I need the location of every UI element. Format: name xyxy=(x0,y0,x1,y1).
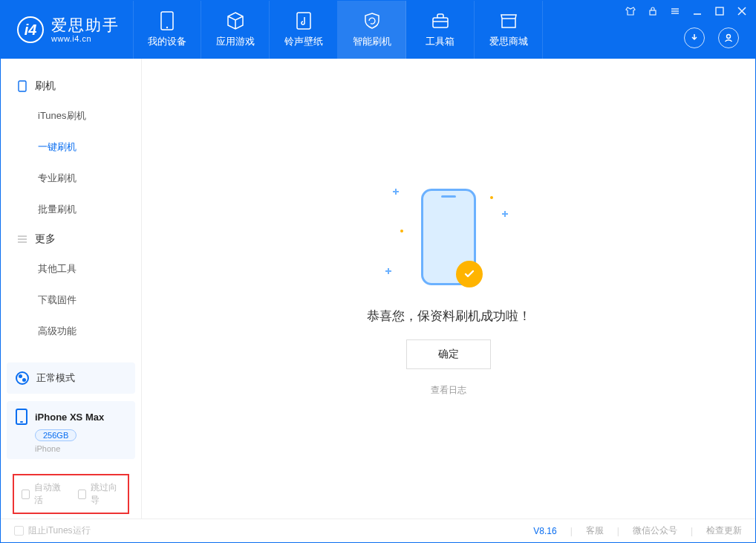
separator: | xyxy=(570,526,573,536)
nav-tab-flash[interactable]: 智能刷机 xyxy=(338,1,406,59)
content-area: 恭喜您，保资料刷机成功啦！ 确定 查看日志 xyxy=(142,59,755,518)
checkmark-badge-icon xyxy=(456,261,483,287)
sidebar-group-title: 刷机 xyxy=(35,79,56,93)
sidebar: 刷机 iTunes刷机 一键刷机 专业刷机 批量刷机 更多 其他工具 下载固件 … xyxy=(1,59,142,518)
sidebar-group-title: 更多 xyxy=(35,233,56,246)
checkbox-block-itunes[interactable]: 阻止iTunes运行 xyxy=(14,524,91,537)
nav-tab-my-device[interactable]: 我的设备 xyxy=(133,1,201,59)
app-title: 爱思助手 xyxy=(51,16,120,33)
success-message: 恭喜您，保资料刷机成功啦！ xyxy=(367,308,531,325)
menu-icon[interactable] xyxy=(669,5,681,17)
ok-button[interactable]: 确定 xyxy=(406,339,491,369)
nav-label: 铃声壁纸 xyxy=(284,35,323,48)
footer: 阻止iTunes运行 V8.16 | 客服 | 微信公众号 | 检查更新 xyxy=(1,518,755,542)
mode-label: 正常模式 xyxy=(36,371,75,385)
version-label: V8.16 xyxy=(533,526,556,536)
dot-icon xyxy=(490,196,493,199)
lock-icon[interactable] xyxy=(647,5,659,17)
nav-label: 智能刷机 xyxy=(353,35,391,48)
sidebar-group-flash[interactable]: 刷机 xyxy=(1,72,141,100)
toolbox-icon xyxy=(431,11,450,30)
footer-link-support[interactable]: 客服 xyxy=(586,524,604,537)
app-subtitle: www.i4.cn xyxy=(51,34,120,43)
app-logo-icon: i4 xyxy=(17,16,44,43)
device-icon xyxy=(16,409,27,425)
checkbox-icon xyxy=(14,526,24,536)
sidebar-group-more[interactable]: 更多 xyxy=(1,225,141,253)
svg-point-13 xyxy=(727,35,731,39)
cube-icon xyxy=(226,11,245,30)
sparkle-icon xyxy=(393,189,399,195)
sidebar-item-itunes-flash[interactable]: iTunes刷机 xyxy=(1,100,141,131)
checkbox-icon xyxy=(22,490,30,499)
nav-tab-toolbox[interactable]: 工具箱 xyxy=(406,1,475,59)
hamburger-icon xyxy=(17,234,27,244)
main-area: 刷机 iTunes刷机 一键刷机 专业刷机 批量刷机 更多 其他工具 下载固件 … xyxy=(1,59,755,518)
sidebar-item-advanced[interactable]: 高级功能 xyxy=(1,316,141,347)
mode-icon xyxy=(16,371,29,385)
phone-icon xyxy=(157,11,177,30)
svg-rect-5 xyxy=(650,10,656,15)
nav-label: 工具箱 xyxy=(426,35,454,48)
nav-tab-store[interactable]: 爱思商城 xyxy=(475,1,543,59)
nav-label: 应用游戏 xyxy=(216,35,255,48)
separator: | xyxy=(691,526,693,536)
svg-rect-10 xyxy=(716,7,723,15)
device-card[interactable]: iPhone XS Max 256GB iPhone xyxy=(7,401,135,459)
refresh-shield-icon xyxy=(362,11,382,30)
svg-rect-3 xyxy=(433,18,448,27)
mode-card[interactable]: 正常模式 xyxy=(7,362,135,394)
svg-rect-2 xyxy=(297,13,310,29)
checkbox-label: 跳过向导 xyxy=(91,481,120,507)
highlighted-checks: 自动激活 跳过向导 xyxy=(13,474,129,514)
footer-link-update[interactable]: 检查更新 xyxy=(706,524,742,537)
device-name: iPhone XS Max xyxy=(35,412,104,423)
sparkle-icon xyxy=(502,211,508,217)
checkbox-label: 自动激活 xyxy=(34,481,64,507)
checkbox-skip-guide[interactable]: 跳过向导 xyxy=(78,481,121,507)
phone-illustration-icon xyxy=(421,189,476,285)
success-illustration xyxy=(389,181,508,293)
svg-point-1 xyxy=(166,27,168,28)
separator: | xyxy=(617,526,619,536)
nav-label: 我的设备 xyxy=(148,35,186,48)
titlebar: i4 爱思助手 www.i4.cn 我的设备 应用游戏 铃声壁纸 智能刷机 工具… xyxy=(1,1,755,59)
nav-tabs: 我的设备 应用游戏 铃声壁纸 智能刷机 工具箱 爱思商城 xyxy=(133,1,543,59)
sidebar-item-other-tools[interactable]: 其他工具 xyxy=(1,253,141,284)
nav-tab-ringtones[interactable]: 铃声壁纸 xyxy=(270,1,338,59)
maximize-icon[interactable] xyxy=(714,5,726,17)
device-small-icon xyxy=(17,81,27,91)
sidebar-item-download-firmware[interactable]: 下载固件 xyxy=(1,284,141,316)
checkbox-auto-activate[interactable]: 自动激活 xyxy=(22,481,65,507)
download-icon[interactable] xyxy=(684,27,705,48)
dot-icon xyxy=(400,230,403,233)
user-icon[interactable] xyxy=(718,27,739,48)
app-logo-block: i4 爱思助手 www.i4.cn xyxy=(1,1,133,59)
music-doc-icon xyxy=(294,11,313,30)
checkbox-icon xyxy=(78,490,86,499)
view-log-link[interactable]: 查看日志 xyxy=(431,384,466,397)
footer-link-wechat[interactable]: 微信公众号 xyxy=(633,524,677,537)
close-icon[interactable] xyxy=(736,5,748,17)
titlebar-right-icons xyxy=(684,27,739,48)
device-type: iPhone xyxy=(35,444,126,453)
minimize-icon[interactable] xyxy=(691,5,703,17)
sidebar-item-batch-flash[interactable]: 批量刷机 xyxy=(1,194,141,225)
nav-label: 爱思商城 xyxy=(489,35,528,48)
checkbox-label: 阻止iTunes运行 xyxy=(28,524,91,537)
window-controls xyxy=(625,5,748,17)
sidebar-item-pro-flash[interactable]: 专业刷机 xyxy=(1,163,141,194)
shirt-icon[interactable] xyxy=(625,5,636,17)
nav-tab-apps[interactable]: 应用游戏 xyxy=(201,1,270,59)
sidebar-item-oneclick-flash[interactable]: 一键刷机 xyxy=(1,131,141,163)
svg-rect-14 xyxy=(19,81,26,91)
store-icon xyxy=(499,11,518,30)
sparkle-icon xyxy=(385,268,391,274)
device-capacity: 256GB xyxy=(35,429,76,441)
